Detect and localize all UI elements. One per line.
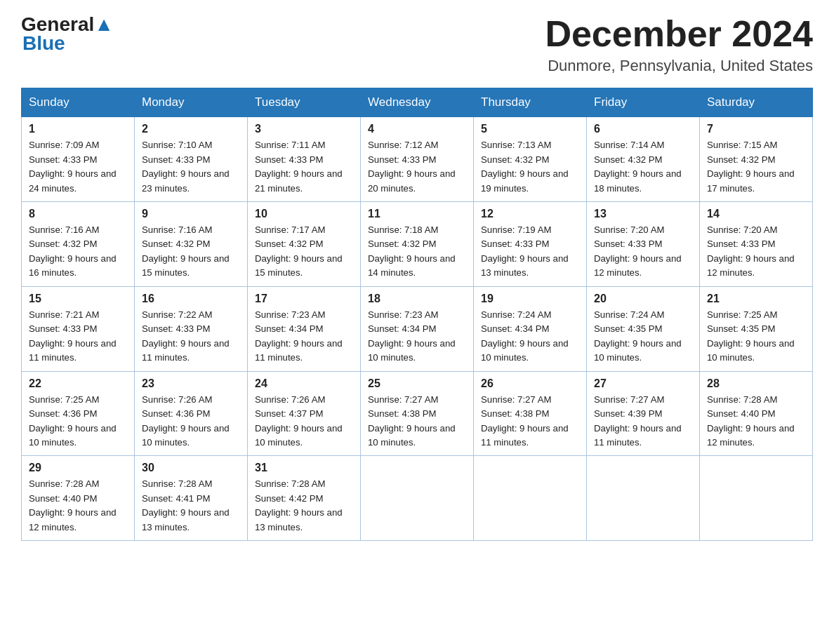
header-row: Sunday Monday Tuesday Wednesday Thursday… — [22, 88, 813, 117]
calendar-cell — [587, 456, 700, 541]
day-number: 27 — [594, 377, 692, 390]
day-number: 2 — [142, 123, 240, 135]
calendar-cell: 17Sunrise: 7:23 AMSunset: 4:34 PMDayligh… — [248, 286, 361, 371]
col-wednesday: Wednesday — [361, 88, 474, 117]
calendar-cell: 14Sunrise: 7:20 AMSunset: 4:33 PMDayligh… — [700, 202, 813, 287]
day-number: 29 — [29, 462, 127, 474]
day-number: 11 — [368, 208, 466, 220]
day-number: 6 — [594, 123, 692, 135]
day-info: Sunrise: 7:20 AMSunset: 4:33 PMDaylight:… — [594, 223, 692, 281]
location: Dunmore, Pennsylvania, United States — [545, 57, 813, 75]
day-info: Sunrise: 7:12 AMSunset: 4:33 PMDaylight:… — [368, 138, 466, 196]
calendar-cell — [700, 456, 813, 541]
calendar-cell: 24Sunrise: 7:26 AMSunset: 4:37 PMDayligh… — [248, 371, 361, 456]
day-info: Sunrise: 7:24 AMSunset: 4:35 PMDaylight:… — [594, 308, 692, 365]
day-info: Sunrise: 7:28 AMSunset: 4:40 PMDaylight:… — [707, 393, 805, 450]
day-number: 19 — [481, 293, 579, 305]
day-info: Sunrise: 7:11 AMSunset: 4:33 PMDaylight:… — [255, 138, 353, 196]
day-number: 5 — [481, 123, 579, 135]
day-info: Sunrise: 7:16 AMSunset: 4:32 PMDaylight:… — [142, 223, 240, 281]
col-thursday: Thursday — [474, 88, 587, 117]
page-header: General▲ Blue December 2024 Dunmore, Pen… — [21, 14, 813, 75]
calendar-cell: 16Sunrise: 7:22 AMSunset: 4:33 PMDayligh… — [135, 286, 248, 371]
calendar-cell: 27Sunrise: 7:27 AMSunset: 4:39 PMDayligh… — [587, 371, 700, 456]
calendar-cell: 10Sunrise: 7:17 AMSunset: 4:32 PMDayligh… — [248, 202, 361, 287]
day-info: Sunrise: 7:19 AMSunset: 4:33 PMDaylight:… — [481, 223, 579, 281]
day-info: Sunrise: 7:20 AMSunset: 4:33 PMDaylight:… — [707, 223, 805, 281]
calendar-cell: 13Sunrise: 7:20 AMSunset: 4:33 PMDayligh… — [587, 202, 700, 287]
month-title: December 2024 — [545, 14, 813, 54]
col-tuesday: Tuesday — [248, 88, 361, 117]
calendar-cell: 1Sunrise: 7:09 AMSunset: 4:33 PMDaylight… — [22, 117, 135, 202]
day-number: 9 — [142, 208, 240, 220]
calendar-cell: 8Sunrise: 7:16 AMSunset: 4:32 PMDaylight… — [22, 202, 135, 287]
day-info: Sunrise: 7:25 AMSunset: 4:35 PMDaylight:… — [707, 308, 805, 365]
day-number: 14 — [707, 208, 805, 220]
day-info: Sunrise: 7:28 AMSunset: 4:41 PMDaylight:… — [142, 477, 240, 535]
calendar-week-row: 1Sunrise: 7:09 AMSunset: 4:33 PMDaylight… — [22, 117, 813, 202]
day-number: 31 — [255, 462, 353, 474]
logo-triangle-icon: ▲ — [94, 13, 114, 35]
calendar-cell: 3Sunrise: 7:11 AMSunset: 4:33 PMDaylight… — [248, 117, 361, 202]
calendar-cell: 5Sunrise: 7:13 AMSunset: 4:32 PMDaylight… — [474, 117, 587, 202]
day-number: 1 — [29, 123, 127, 135]
day-info: Sunrise: 7:26 AMSunset: 4:36 PMDaylight:… — [142, 393, 240, 450]
day-info: Sunrise: 7:23 AMSunset: 4:34 PMDaylight:… — [368, 308, 466, 365]
calendar-cell: 25Sunrise: 7:27 AMSunset: 4:38 PMDayligh… — [361, 371, 474, 456]
calendar-cell: 19Sunrise: 7:24 AMSunset: 4:34 PMDayligh… — [474, 286, 587, 371]
day-info: Sunrise: 7:10 AMSunset: 4:33 PMDaylight:… — [142, 138, 240, 196]
day-number: 30 — [142, 462, 240, 474]
calendar-cell: 31Sunrise: 7:28 AMSunset: 4:42 PMDayligh… — [248, 456, 361, 541]
day-number: 25 — [368, 377, 466, 390]
day-info: Sunrise: 7:13 AMSunset: 4:32 PMDaylight:… — [481, 138, 579, 196]
logo: General▲ Blue — [21, 14, 114, 55]
day-number: 24 — [255, 377, 353, 390]
calendar-cell: 9Sunrise: 7:16 AMSunset: 4:32 PMDaylight… — [135, 202, 248, 287]
day-number: 20 — [594, 293, 692, 305]
day-number: 17 — [255, 293, 353, 305]
day-number: 3 — [255, 123, 353, 135]
day-number: 28 — [707, 377, 805, 390]
day-info: Sunrise: 7:18 AMSunset: 4:32 PMDaylight:… — [368, 223, 466, 281]
day-info: Sunrise: 7:24 AMSunset: 4:34 PMDaylight:… — [481, 308, 579, 365]
day-number: 4 — [368, 123, 466, 135]
day-number: 26 — [481, 377, 579, 390]
calendar-cell — [474, 456, 587, 541]
day-info: Sunrise: 7:27 AMSunset: 4:38 PMDaylight:… — [368, 393, 466, 450]
day-number: 10 — [255, 208, 353, 220]
day-number: 8 — [29, 208, 127, 220]
calendar-week-row: 22Sunrise: 7:25 AMSunset: 4:36 PMDayligh… — [22, 371, 813, 456]
calendar-body: 1Sunrise: 7:09 AMSunset: 4:33 PMDaylight… — [22, 117, 813, 541]
col-friday: Friday — [587, 88, 700, 117]
day-number: 12 — [481, 208, 579, 220]
calendar-week-row: 15Sunrise: 7:21 AMSunset: 4:33 PMDayligh… — [22, 286, 813, 371]
day-info: Sunrise: 7:15 AMSunset: 4:32 PMDaylight:… — [707, 138, 805, 196]
calendar-table: Sunday Monday Tuesday Wednesday Thursday… — [21, 88, 813, 541]
day-number: 7 — [707, 123, 805, 135]
day-info: Sunrise: 7:14 AMSunset: 4:32 PMDaylight:… — [594, 138, 692, 196]
calendar-header: Sunday Monday Tuesday Wednesday Thursday… — [22, 88, 813, 117]
calendar-cell: 15Sunrise: 7:21 AMSunset: 4:33 PMDayligh… — [22, 286, 135, 371]
day-info: Sunrise: 7:22 AMSunset: 4:33 PMDaylight:… — [142, 308, 240, 365]
day-info: Sunrise: 7:27 AMSunset: 4:38 PMDaylight:… — [481, 393, 579, 450]
calendar-week-row: 8Sunrise: 7:16 AMSunset: 4:32 PMDaylight… — [22, 202, 813, 287]
day-number: 13 — [594, 208, 692, 220]
day-info: Sunrise: 7:16 AMSunset: 4:32 PMDaylight:… — [29, 223, 127, 281]
title-area: December 2024 Dunmore, Pennsylvania, Uni… — [545, 14, 813, 75]
logo-bottom: Blue — [22, 33, 65, 55]
day-info: Sunrise: 7:28 AMSunset: 4:42 PMDaylight:… — [255, 477, 353, 535]
calendar-cell: 23Sunrise: 7:26 AMSunset: 4:36 PMDayligh… — [135, 371, 248, 456]
day-info: Sunrise: 7:17 AMSunset: 4:32 PMDaylight:… — [255, 223, 353, 281]
day-number: 16 — [142, 293, 240, 305]
calendar-cell: 20Sunrise: 7:24 AMSunset: 4:35 PMDayligh… — [587, 286, 700, 371]
calendar-cell: 26Sunrise: 7:27 AMSunset: 4:38 PMDayligh… — [474, 371, 587, 456]
calendar-cell: 4Sunrise: 7:12 AMSunset: 4:33 PMDaylight… — [361, 117, 474, 202]
day-number: 15 — [29, 293, 127, 305]
day-info: Sunrise: 7:27 AMSunset: 4:39 PMDaylight:… — [594, 393, 692, 450]
day-info: Sunrise: 7:28 AMSunset: 4:40 PMDaylight:… — [29, 477, 127, 535]
calendar-cell: 29Sunrise: 7:28 AMSunset: 4:40 PMDayligh… — [22, 456, 135, 541]
day-info: Sunrise: 7:21 AMSunset: 4:33 PMDaylight:… — [29, 308, 127, 365]
calendar-cell: 7Sunrise: 7:15 AMSunset: 4:32 PMDaylight… — [700, 117, 813, 202]
calendar-cell — [361, 456, 474, 541]
col-saturday: Saturday — [700, 88, 813, 117]
